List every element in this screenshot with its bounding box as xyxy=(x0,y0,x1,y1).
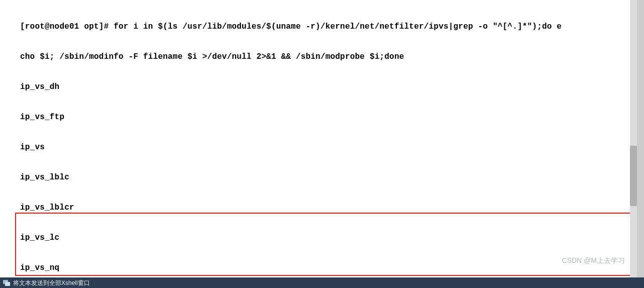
cmd-line: [root@node01 opt]# for i in $(ls /usr/li… xyxy=(0,22,630,32)
output-line: ip_vs_lblcr xyxy=(0,203,630,213)
output-line: ip_vs_lc xyxy=(0,233,630,243)
svg-rect-1 xyxy=(5,282,10,286)
scrollbar-thumb[interactable] xyxy=(630,146,637,206)
scrollbar-track[interactable] xyxy=(630,0,637,277)
output-line: ip_vs_lblc xyxy=(0,172,630,182)
output-line: ip_vs_dh xyxy=(0,82,630,92)
status-bar: 将文本发送到全部Xshell窗口 xyxy=(0,277,644,288)
terminal-viewport[interactable]: [root@node01 opt]# for i in $(ls /usr/li… xyxy=(0,0,644,277)
output-line: ip_vs xyxy=(0,142,630,152)
broadcast-icon[interactable] xyxy=(3,280,10,286)
output-line: ip_vs_ftp xyxy=(0,112,630,122)
prompt: [root@node01 opt]# xyxy=(20,22,114,31)
cmd-line-cont: cho $i; /sbin/modinfo -F filename $i >/d… xyxy=(0,52,630,62)
terminal-content: [root@node01 opt]# for i in $(ls /usr/li… xyxy=(0,0,630,288)
output-line: ip_vs_nq xyxy=(0,263,630,273)
statusbar-text[interactable]: 将文本发送到全部Xshell窗口 xyxy=(13,278,90,288)
command-text: for i in $(ls /usr/lib/modules/$(uname -… xyxy=(114,22,562,31)
